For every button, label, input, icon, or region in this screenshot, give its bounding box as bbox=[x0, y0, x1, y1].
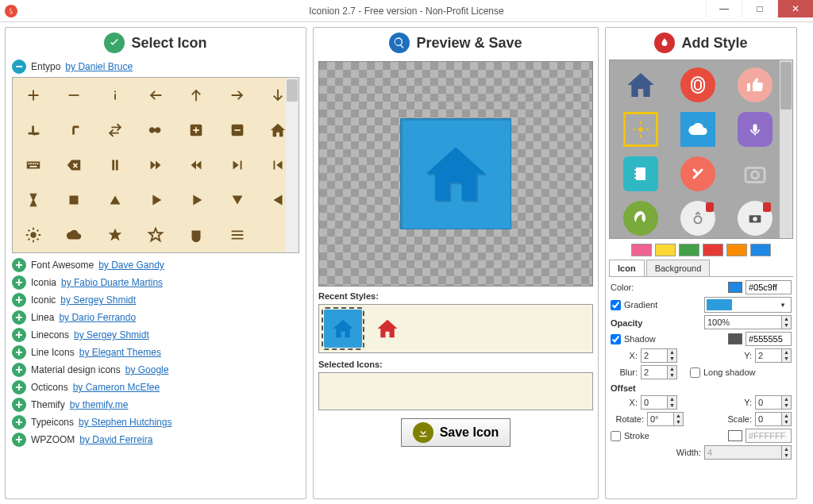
author-link[interactable]: by Dario Ferrando bbox=[59, 312, 136, 323]
iconset-row[interactable]: +Linea by Dario Ferrando bbox=[6, 309, 306, 326]
icon-aup[interactable] bbox=[176, 78, 217, 113]
icon-play[interactable] bbox=[135, 183, 175, 217]
style-tile-11[interactable] bbox=[729, 198, 781, 238]
save-icon-button[interactable]: Save Icon bbox=[401, 418, 511, 447]
iconset-row[interactable]: +Material design icons by Google bbox=[6, 361, 306, 379]
style-tile-2[interactable] bbox=[729, 65, 781, 105]
expand-icon[interactable]: + bbox=[12, 433, 26, 447]
close-button[interactable]: ✕ bbox=[777, 0, 813, 17]
icon-sqplus[interactable] bbox=[176, 113, 217, 148]
stroke-checkbox[interactable] bbox=[611, 431, 621, 441]
expand-icon[interactable]: + bbox=[12, 258, 26, 272]
tab-background[interactable]: Background bbox=[646, 260, 711, 276]
style-tile-3[interactable] bbox=[615, 110, 667, 149]
author-link[interactable]: by Sergey Shmidt bbox=[74, 329, 149, 340]
longshadow-checkbox[interactable] bbox=[690, 367, 700, 378]
expand-icon[interactable]: + bbox=[12, 275, 26, 290]
icon-del[interactable] bbox=[53, 148, 94, 183]
opacity-input[interactable]: 100%▲▼ bbox=[704, 315, 792, 329]
icon-kbd[interactable] bbox=[13, 148, 53, 183]
style-tile-6[interactable] bbox=[615, 154, 667, 194]
tab-icon[interactable]: Icon bbox=[609, 260, 645, 276]
style-tile-8[interactable] bbox=[729, 154, 781, 194]
icon-tup[interactable] bbox=[94, 183, 135, 217]
color-swatch[interactable] bbox=[728, 282, 742, 293]
iconset-row[interactable]: +Octicons by Cameron McEfee bbox=[6, 379, 306, 396]
icon-hour[interactable] bbox=[13, 183, 53, 217]
shadow-y-input[interactable]: 2▲▼ bbox=[755, 348, 792, 363]
iconset-row[interactable]: +Iconia by Fabio Duarte Martins bbox=[6, 274, 306, 291]
iconset-row[interactable]: +Font Awesome by Dave Gandy bbox=[6, 256, 306, 274]
iconset-entypo-header[interactable]: − Entypo by Daniel Bruce bbox=[6, 58, 306, 75]
style-tile-0[interactable] bbox=[615, 65, 667, 105]
style-tile-5[interactable] bbox=[729, 110, 781, 149]
scale-input[interactable]: 0▲▼ bbox=[755, 412, 792, 426]
expand-icon[interactable]: + bbox=[12, 310, 26, 325]
style-tile-9[interactable] bbox=[615, 198, 667, 238]
icon-cright[interactable] bbox=[53, 113, 94, 148]
style-tile-7[interactable] bbox=[672, 154, 724, 194]
icon-swap[interactable] bbox=[94, 113, 135, 148]
icon-sqminus[interactable] bbox=[217, 113, 257, 148]
iconset-row[interactable]: +Iconic by Sergey Shmidt bbox=[6, 291, 306, 309]
icon-star2[interactable] bbox=[135, 217, 175, 252]
gradient-checkbox[interactable] bbox=[611, 300, 621, 310]
icon-minus[interactable] bbox=[53, 78, 94, 113]
expand-icon[interactable]: + bbox=[12, 293, 26, 307]
expand-icon[interactable]: + bbox=[12, 345, 26, 360]
author-link[interactable]: by Google bbox=[125, 364, 169, 375]
rotate-input[interactable]: 0°▲▼ bbox=[647, 412, 684, 426]
gradient-dropdown[interactable]: ▼ bbox=[704, 297, 792, 313]
stroke-width-input[interactable]: 4▲▼ bbox=[704, 445, 792, 460]
style-scrollbar[interactable] bbox=[780, 60, 792, 238]
icon-info[interactable] bbox=[94, 78, 135, 113]
maximize-button[interactable]: □ bbox=[742, 0, 777, 17]
iconset-row[interactable]: +Typeicons by Stephen Hutchings bbox=[6, 414, 306, 431]
stroke-color-swatch[interactable] bbox=[728, 430, 742, 441]
style-tile-4[interactable] bbox=[672, 110, 724, 149]
icon-next[interactable] bbox=[217, 148, 257, 183]
icon-tdown[interactable] bbox=[217, 183, 257, 217]
icon-bank[interactable] bbox=[12, 77, 299, 253]
style-gallery[interactable] bbox=[609, 60, 793, 239]
color-input[interactable] bbox=[746, 280, 792, 294]
icon-sun[interactable] bbox=[13, 217, 53, 252]
blur-input[interactable]: 2▲▼ bbox=[641, 365, 677, 379]
icon-rw[interactable] bbox=[176, 148, 217, 183]
icon-cloud[interactable] bbox=[53, 217, 94, 252]
icon-pause[interactable] bbox=[94, 148, 135, 183]
icon-plus[interactable] bbox=[13, 78, 53, 113]
icon-play2[interactable] bbox=[176, 183, 217, 217]
expand-icon[interactable]: + bbox=[12, 398, 26, 412]
icon-inf[interactable] bbox=[135, 113, 175, 148]
author-link[interactable]: by Cameron McEfee bbox=[73, 382, 160, 393]
author-link[interactable]: by Elegant Themes bbox=[79, 347, 161, 358]
iconset-row[interactable]: +Themify by themify.me bbox=[6, 396, 306, 414]
icon-stop[interactable] bbox=[53, 183, 94, 217]
expand-icon[interactable]: + bbox=[12, 415, 26, 429]
icon-aleft[interactable] bbox=[135, 78, 175, 113]
iconbank-scrollbar[interactable] bbox=[286, 78, 299, 252]
iconset-row[interactable]: +WPZOOM by David Ferreira bbox=[6, 431, 306, 448]
recent-style-2[interactable] bbox=[368, 310, 406, 348]
author-link[interactable]: by Sergey Shmidt bbox=[60, 294, 136, 306]
swatch[interactable] bbox=[750, 244, 771, 256]
icon-star[interactable] bbox=[94, 217, 135, 252]
swatch[interactable] bbox=[631, 244, 652, 256]
swatch[interactable] bbox=[703, 244, 723, 256]
expand-icon[interactable]: + bbox=[12, 328, 26, 342]
offset-x-input[interactable]: 0▲▼ bbox=[641, 395, 677, 410]
style-tile-1[interactable] bbox=[672, 65, 724, 105]
swatch[interactable] bbox=[655, 244, 676, 256]
shadow-color-input[interactable] bbox=[746, 332, 792, 346]
swatch[interactable] bbox=[726, 244, 747, 256]
minimize-button[interactable]: — bbox=[706, 0, 742, 17]
icon-aright[interactable] bbox=[217, 78, 257, 113]
author-link[interactable]: by Daniel Bruce bbox=[65, 61, 133, 72]
swatch[interactable] bbox=[679, 244, 699, 256]
icon-cleft[interactable] bbox=[13, 113, 53, 148]
shadow-color-swatch[interactable] bbox=[728, 333, 742, 344]
expand-icon[interactable]: + bbox=[12, 380, 26, 394]
author-link[interactable]: by Fabio Duarte Martins bbox=[61, 277, 163, 288]
author-link[interactable]: by Dave Gandy bbox=[98, 260, 164, 271]
